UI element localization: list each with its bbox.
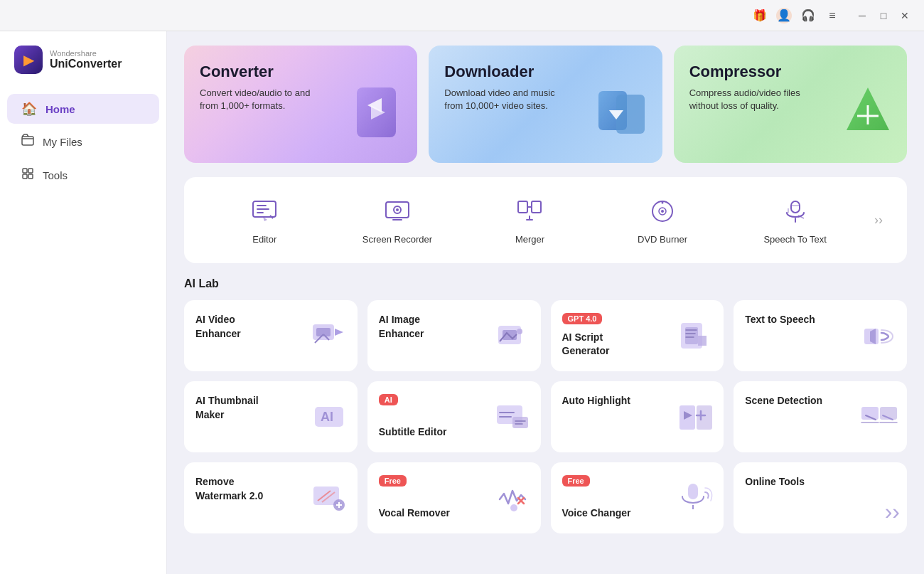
dvd-burner-icon bbox=[647, 196, 678, 227]
vocal-remover-label: Vocal Remover bbox=[379, 506, 477, 521]
hero-card-compressor[interactable]: Compressor Compress audio/video files wi… bbox=[674, 46, 907, 163]
editor-icon bbox=[249, 196, 280, 227]
svg-rect-39 bbox=[688, 484, 698, 499]
editor-label: Editor bbox=[252, 234, 276, 245]
voice-changer-icon bbox=[675, 478, 716, 526]
vocal-remover-icon bbox=[493, 478, 534, 526]
auto-highlight-label: Auto Highlight bbox=[562, 394, 660, 408]
compressor-icon bbox=[836, 80, 900, 156]
app-name: UniConverter bbox=[50, 58, 122, 70]
sidebar: ▶ Wondershare UniConverter 🏠 Home My Fil… bbox=[0, 31, 167, 574]
ai-lab-title: AI Lab bbox=[184, 277, 907, 290]
auto-highlight-icon bbox=[675, 397, 716, 445]
ai-card-voice-changer[interactable]: Free Voice Changer bbox=[551, 462, 724, 533]
free-badge-voice: Free bbox=[562, 475, 590, 487]
headset-icon[interactable]: 🎧 bbox=[800, 8, 816, 23]
svg-rect-7 bbox=[616, 95, 645, 134]
converter-icon bbox=[346, 80, 410, 156]
ai-card-ai-video-enhancer[interactable]: AI VideoEnhancer bbox=[184, 300, 358, 371]
svg-rect-14 bbox=[532, 201, 541, 213]
tool-editor[interactable]: Editor bbox=[201, 190, 328, 250]
ai-card-ai-image-enhancer[interactable]: AI ImageEnhancer bbox=[367, 300, 541, 371]
ai-card-scene-detection[interactable]: Scene Detection bbox=[734, 381, 907, 452]
merger-icon bbox=[514, 196, 545, 227]
svg-point-17 bbox=[661, 210, 664, 213]
text-to-speech-label: Text to Speech bbox=[745, 313, 843, 327]
subtitle-editor-label: Subtitle Editor bbox=[379, 425, 477, 440]
tool-screen-recorder[interactable]: Screen Recorder bbox=[334, 190, 461, 250]
merger-label: Merger bbox=[515, 234, 544, 245]
remove-watermark-icon bbox=[309, 478, 350, 526]
scene-detection-icon bbox=[859, 397, 900, 445]
sidebar-item-myfiles[interactable]: My Files bbox=[7, 127, 159, 157]
user-icon[interactable]: 👤 bbox=[776, 8, 792, 23]
title-bar: 🎁 👤 🎧 ≡ ─ □ ✕ bbox=[0, 0, 924, 31]
svg-rect-3 bbox=[23, 174, 27, 179]
hero-card-downloader[interactable]: Downloader Download video and music from… bbox=[429, 46, 662, 163]
maximize-button[interactable]: □ bbox=[876, 8, 891, 23]
brand-name: Wondershare bbox=[50, 49, 122, 58]
compressor-title: Compressor bbox=[689, 63, 891, 81]
scene-detection-label: Scene Detection bbox=[745, 394, 843, 408]
svg-point-18 bbox=[662, 202, 664, 204]
downloader-title: Downloader bbox=[444, 63, 646, 81]
sidebar-item-tools-label: Tools bbox=[43, 169, 68, 181]
sidebar-item-home-label: Home bbox=[45, 103, 75, 115]
converter-title: Converter bbox=[200, 63, 402, 81]
gift-icon[interactable]: 🎁 bbox=[752, 8, 768, 23]
menu-icon[interactable]: ≡ bbox=[824, 8, 840, 23]
svg-rect-33 bbox=[697, 405, 712, 430]
ai-video-enhancer-icon bbox=[309, 316, 350, 364]
ai-video-enhancer-label: AI VideoEnhancer bbox=[195, 313, 294, 341]
downloader-icon bbox=[591, 80, 655, 156]
downloader-desc: Download video and music from 10,000+ vi… bbox=[444, 87, 576, 112]
tools-icon bbox=[21, 167, 34, 184]
screen-recorder-icon bbox=[382, 196, 413, 227]
dvd-burner-label: DVD Burner bbox=[638, 234, 687, 245]
ai-thumbnail-maker-label: AI ThumbnailMaker bbox=[195, 394, 294, 422]
tools-bar: Editor Screen Recorder bbox=[184, 177, 907, 263]
hero-card-converter[interactable]: Converter Convert video/audio to and fro… bbox=[184, 46, 417, 163]
svg-rect-13 bbox=[518, 201, 527, 213]
tool-dvd-burner[interactable]: DVD Burner bbox=[599, 190, 726, 250]
ai-card-ai-script-generator[interactable]: GPT 4.0 AI ScriptGenerator bbox=[551, 300, 724, 371]
compressor-desc: Compress audio/video files without loss … bbox=[689, 87, 821, 112]
ai-card-remove-watermark[interactable]: RemoveWatermark 2.0 bbox=[184, 462, 358, 533]
tool-speech-to-text[interactable]: Speech To Text bbox=[731, 190, 859, 250]
main-content: Converter Convert video/audio to and fro… bbox=[167, 31, 924, 574]
voice-changer-label: Voice Changer bbox=[562, 506, 660, 521]
ai-image-enhancer-icon bbox=[493, 316, 534, 364]
home-icon: 🏠 bbox=[21, 101, 37, 117]
gpt-badge: GPT 4.0 bbox=[562, 313, 603, 324]
sidebar-item-home[interactable]: 🏠 Home bbox=[7, 94, 159, 124]
ai-card-online-tools[interactable]: Online Tools ›› bbox=[734, 462, 907, 533]
ai-lab-grid: AI VideoEnhancer AI ImageEnhancer bbox=[184, 300, 907, 533]
speech-to-text-label: Speech To Text bbox=[763, 234, 826, 245]
sidebar-item-tools[interactable]: Tools bbox=[7, 160, 159, 191]
minimize-button[interactable]: ─ bbox=[854, 8, 870, 23]
myfiles-icon bbox=[21, 134, 34, 150]
screen-recorder-label: Screen Recorder bbox=[362, 234, 432, 245]
svg-text:AI: AI bbox=[321, 410, 333, 424]
ai-card-text-to-speech[interactable]: Text to Speech bbox=[734, 300, 907, 371]
svg-rect-1 bbox=[23, 169, 27, 173]
ai-card-subtitle-editor[interactable]: AI Subtitle Editor bbox=[367, 381, 541, 452]
ai-image-enhancer-label: AI ImageEnhancer bbox=[379, 313, 477, 341]
svg-point-12 bbox=[396, 208, 399, 211]
speech-to-text-icon bbox=[780, 196, 811, 227]
tools-more-button[interactable]: ›› bbox=[867, 209, 890, 232]
ai-script-generator-label: AI ScriptGenerator bbox=[562, 331, 660, 358]
text-to-speech-icon bbox=[859, 316, 900, 364]
ai-card-ai-thumbnail-maker[interactable]: AI ThumbnailMaker AI bbox=[184, 381, 358, 452]
ai-badge: AI bbox=[379, 394, 398, 405]
ai-card-auto-highlight[interactable]: Auto Highlight bbox=[551, 381, 724, 452]
svg-point-24 bbox=[517, 329, 522, 334]
ai-thumbnail-maker-icon: AI bbox=[309, 397, 350, 445]
ai-card-vocal-remover[interactable]: Free Vocal Remover bbox=[367, 462, 541, 533]
logo-text: Wondershare UniConverter bbox=[50, 49, 122, 70]
tool-merger[interactable]: Merger bbox=[466, 190, 593, 250]
svg-rect-2 bbox=[28, 169, 33, 173]
converter-desc: Convert video/audio to and from 1,000+ f… bbox=[200, 87, 331, 112]
close-button[interactable]: ✕ bbox=[897, 8, 913, 23]
app-logo-icon: ▶ bbox=[14, 46, 43, 74]
